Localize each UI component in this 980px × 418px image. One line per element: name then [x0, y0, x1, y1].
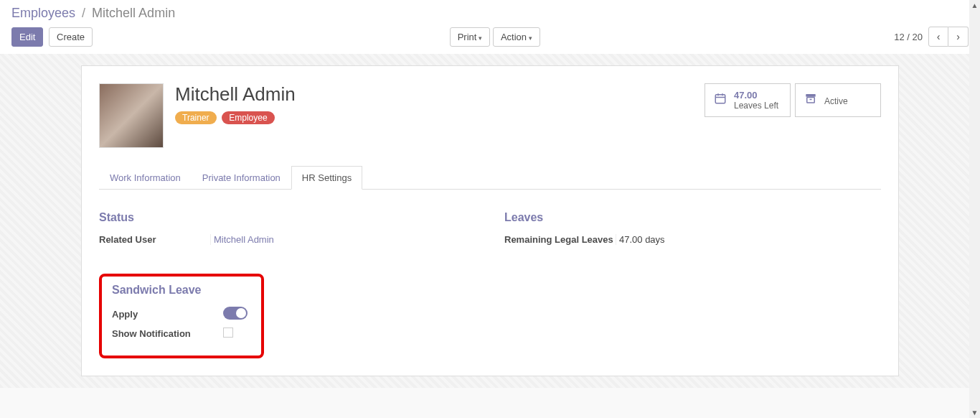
breadcrumb-separator: / — [82, 6, 85, 20]
scroll-up-icon[interactable]: ▲ — [969, 0, 980, 11]
create-button[interactable]: Create — [49, 27, 93, 47]
value-related-user[interactable]: Mitchell Admin — [210, 234, 476, 245]
tag-employee: Employee — [222, 111, 274, 124]
pager-count: 12 / 20 — [894, 32, 923, 42]
pager-prev-button[interactable]: ‹ — [928, 27, 948, 47]
form-sheet: Mitchell Admin Trainer Employee — [81, 65, 899, 376]
svg-rect-0 — [715, 95, 725, 103]
tag-trainer: Trainer — [175, 111, 217, 124]
svg-rect-6 — [806, 94, 816, 97]
label-show-notification: Show Notification — [112, 328, 223, 339]
pager-next-button[interactable]: › — [948, 27, 969, 47]
stat-active[interactable]: Active — [795, 83, 881, 117]
toggle-apply[interactable] — [223, 307, 248, 320]
breadcrumb-current: Mitchell Admin — [92, 6, 175, 20]
checkbox-show-notification[interactable] — [223, 328, 233, 338]
action-dropdown[interactable]: Action — [493, 27, 540, 47]
stat-active-label: Active — [824, 96, 848, 106]
breadcrumb: Employees / Mitchell Admin — [11, 6, 969, 21]
calendar-icon — [714, 92, 727, 108]
label-remaining-leaves: Remaining Legal Leaves — [504, 234, 616, 245]
sandwich-leave-section: Sandwich Leave Apply Show Notification — [99, 274, 264, 358]
edit-button[interactable]: Edit — [11, 27, 43, 47]
label-apply: Apply — [112, 309, 223, 320]
stat-leaves-label: Leaves Left — [734, 101, 778, 111]
employee-name: Mitchell Admin — [175, 83, 296, 106]
stat-leaves-left[interactable]: 47.00 Leaves Left — [705, 83, 791, 117]
section-title-status: Status — [99, 211, 476, 224]
tab-hr-settings[interactable]: HR Settings — [291, 166, 362, 190]
avatar — [99, 83, 164, 148]
section-title-leaves: Leaves — [504, 211, 881, 224]
print-dropdown[interactable]: Print — [450, 27, 490, 47]
breadcrumb-root-link[interactable]: Employees — [11, 6, 75, 20]
value-remaining-leaves: 47.00 days — [616, 234, 881, 245]
scrollbar[interactable]: ▲ ▼ — [969, 0, 980, 388]
tabs: Work Information Private Information HR … — [99, 165, 881, 190]
tab-work-information[interactable]: Work Information — [99, 166, 192, 190]
archive-icon — [804, 92, 817, 108]
section-title-sandwich: Sandwich Leave — [112, 284, 251, 297]
stat-leaves-value: 47.00 — [734, 90, 778, 101]
tab-private-information[interactable]: Private Information — [192, 166, 291, 190]
label-related-user: Related User — [99, 234, 210, 245]
